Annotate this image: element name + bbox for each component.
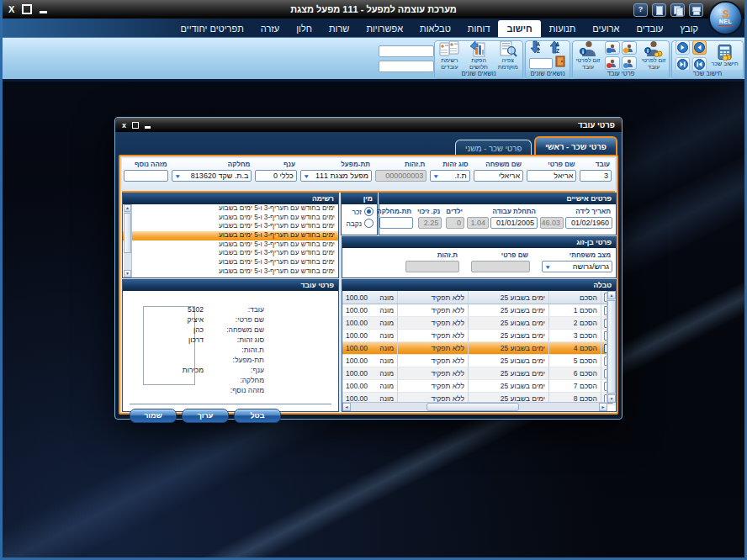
- nav-first-button[interactable]: [692, 57, 707, 71]
- produce-slips-button[interactable]: הפקת תלושים: [466, 40, 492, 70]
- list-item[interactable]: ימים בחודש עם תעריף-3 ו-5 ימים בשבוע: [123, 240, 338, 250]
- dialog-minimize-button[interactable]: [145, 126, 151, 129]
- dialog-maximize-button[interactable]: [132, 122, 139, 129]
- maximize-button[interactable]: [22, 4, 32, 14]
- scroll-right-icon[interactable]: ►: [599, 403, 607, 411]
- menu-tables[interactable]: טבלאות: [411, 20, 459, 37]
- tab-salary-secondary[interactable]: פרטי שכר - משני: [455, 140, 532, 156]
- gender-female-option[interactable]: נקבה: [342, 216, 377, 228]
- save-button[interactable]: שמור: [130, 409, 177, 423]
- scroll-down-icon[interactable]: ▼: [607, 394, 616, 403]
- window-controls: X: [8, 0, 47, 18]
- scrollbar-thumb[interactable]: [124, 213, 131, 253]
- help-icon[interactable]: ?: [633, 3, 648, 17]
- application-window: { "window": { "title": "מערכת עוצמה למפע…: [0, 0, 747, 560]
- table-vertical-scrollbar[interactable]: ▲ ▼: [607, 291, 616, 403]
- id-number-field: 000000003: [375, 170, 426, 182]
- menu-reports[interactable]: דוחות: [459, 20, 499, 37]
- table-row[interactable]: הסכם 5 ימים בשבוע 25 ללא תפקיד מונה100.0…: [342, 355, 616, 367]
- extra-id-field[interactable]: [124, 170, 168, 182]
- table-row[interactable]: הסכם 2 ימים בשבוע 25 ללא תפקיד מונה100.0…: [342, 317, 616, 330]
- minimize-button[interactable]: [40, 11, 47, 13]
- nav-previous-button[interactable]: [692, 40, 707, 55]
- nav-next-button[interactable]: [675, 40, 690, 55]
- cancel-button[interactable]: בטל: [234, 409, 281, 423]
- table-row-selected[interactable]: ✓ הסכם 4 ימים בשבוע 25 ללא תפקיד מונה100…: [342, 342, 616, 355]
- list-item[interactable]: ימים בחודש עם תעריף-3 ו-5 ימים בשבוע: [123, 214, 338, 223]
- menu-events[interactable]: ארועים: [584, 20, 628, 37]
- list-item[interactable]: ימים בחודש עם תעריף-3 ו-5 ימים בשבוע: [123, 204, 338, 214]
- delete-employee-button[interactable]: [605, 56, 620, 70]
- birth-date-field[interactable]: 01/02/1960: [565, 217, 612, 229]
- ribbon-toolbar: חישוב שכר חישוב שכר: [0, 37, 747, 82]
- menu-service[interactable]: שרות: [321, 20, 358, 37]
- ribbon-field-top[interactable]: [379, 45, 434, 57]
- department-dropdown[interactable]: ב.ת. שקד 813620▼: [172, 170, 252, 182]
- sub-plant-dropdown[interactable]: מפעל מצגת 111▼: [300, 170, 372, 182]
- sub-department-field[interactable]: [379, 217, 413, 229]
- gender-male-option[interactable]: זכר: [342, 204, 377, 216]
- radio-unselected-icon[interactable]: [364, 219, 374, 228]
- list-item[interactable]: ימים בחודש עם תעריף-3 ו-5 ימים בשבוע: [123, 249, 338, 258]
- calc-salary-button[interactable]: חישוב שכר: [710, 44, 740, 67]
- table-row[interactable]: הסכם 6 ימים בשבוע 25 ללא תפקיד מונה100.0…: [342, 367, 616, 380]
- employee-number-label: עובד: [580, 160, 612, 170]
- copy-icon[interactable]: [670, 3, 685, 17]
- employee-list-button[interactable]: רשימת עובדים: [437, 40, 463, 70]
- employee-number-field[interactable]: 3: [580, 170, 612, 182]
- work-start-field[interactable]: 01/01/2005: [490, 217, 538, 229]
- menu-employees[interactable]: עובדים: [628, 20, 671, 37]
- menu-calculation[interactable]: חישוב: [498, 20, 540, 37]
- id-type-dropdown[interactable]: ת.ז.▼: [430, 170, 469, 182]
- list-item[interactable]: ימים בחודש עם תעריף-3 ו-5 ימים בשבוע: [123, 267, 338, 277]
- menu-movements[interactable]: תנועות: [541, 20, 585, 37]
- zoom-employee-money-label: זום לפרטי עובד: [640, 57, 667, 70]
- browse-employee-button[interactable]: [622, 56, 637, 70]
- radio-selected-icon[interactable]: [364, 207, 374, 216]
- dialog-titlebar[interactable]: פרטי עובד x: [115, 118, 622, 132]
- scrollbar-thumb[interactable]: [426, 403, 519, 411]
- last-name-field[interactable]: אריאלי: [474, 170, 523, 182]
- sort-ascending-icon[interactable]: A Z: [549, 40, 565, 54]
- sort-descending-icon[interactable]: A Z: [530, 40, 546, 54]
- first-name-field[interactable]: אריאל: [527, 170, 576, 182]
- scrollbar-thumb[interactable]: [607, 300, 616, 394]
- nav-last-button[interactable]: [675, 57, 690, 71]
- menu-options[interactable]: אפשרויות: [358, 20, 411, 37]
- synel-logo: S NEL: [708, 1, 743, 35]
- sort-empty-field[interactable]: [529, 58, 553, 69]
- scroll-up-icon[interactable]: ▲: [607, 291, 616, 299]
- zoom-employee-button[interactable]: זום לפרטי עובד: [575, 40, 601, 70]
- exit-door-icon[interactable]: [555, 55, 566, 71]
- tariff-listbox[interactable]: ימים בחודש עם תעריף-3 ו-5 ימים בשבוע ימי…: [123, 204, 338, 277]
- menu-custom-menus[interactable]: תפריטים יחודיים: [172, 20, 252, 37]
- branch-field[interactable]: כללי 0: [255, 170, 296, 182]
- ribbon-field-bottom[interactable]: [379, 61, 434, 72]
- menu-window[interactable]: חלון: [288, 20, 321, 37]
- dialog-close-button[interactable]: x: [122, 121, 126, 129]
- close-button[interactable]: X: [8, 4, 14, 14]
- edit-employee-button[interactable]: [622, 41, 637, 55]
- menu-help[interactable]: עזרה: [252, 20, 288, 37]
- preview-button[interactable]: צפיה מוקדמת: [495, 40, 521, 70]
- list-item[interactable]: ימים בחודש עם תעריף-3 ו-5 ימים בשבוע: [123, 258, 338, 267]
- scroll-down-icon[interactable]: ▼: [124, 270, 131, 277]
- table-horizontal-scrollbar[interactable]: ◄ ►: [342, 402, 607, 411]
- tab-salary-main[interactable]: פרטי שכר - ראשי: [534, 136, 617, 156]
- logo-nel-letters: NEL: [719, 18, 733, 24]
- scroll-up-icon[interactable]: ▲: [124, 204, 131, 212]
- table-row[interactable]: הסכם 1 ימים בשבוע 25 ללא תפקיד מונה100.0…: [342, 304, 616, 317]
- edit-button[interactable]: ערוך: [182, 409, 229, 423]
- table-row[interactable]: הסכם 7 ימים בשבוע 25 ללא תפקיד מונה100.0…: [342, 380, 616, 393]
- list-item-selected[interactable]: ימים בחודש עם תעריף-3 ו-5 ימים בשבוע: [123, 231, 338, 240]
- add-employee-button[interactable]: [605, 41, 620, 55]
- printer-icon[interactable]: [689, 3, 703, 17]
- list-vertical-scrollbar[interactable]: ▲ ▼: [124, 204, 132, 277]
- clipboard-icon[interactable]: [652, 3, 666, 17]
- scroll-left-icon[interactable]: ◄: [342, 403, 351, 411]
- marital-status-dropdown[interactable]: גרוש/גרושה▼: [542, 261, 612, 272]
- menu-file[interactable]: קובץ: [672, 20, 707, 37]
- list-item[interactable]: ימים בחודש עם תעריף-3 ו-5 ימים בשבוע: [123, 222, 338, 231]
- zoom-employee-money-button[interactable]: זום לפרטי עובד: [640, 40, 667, 70]
- table-row[interactable]: הסכם 3 ימים בשבוע 25 ללא תפקיד מונה100.0…: [342, 330, 616, 342]
